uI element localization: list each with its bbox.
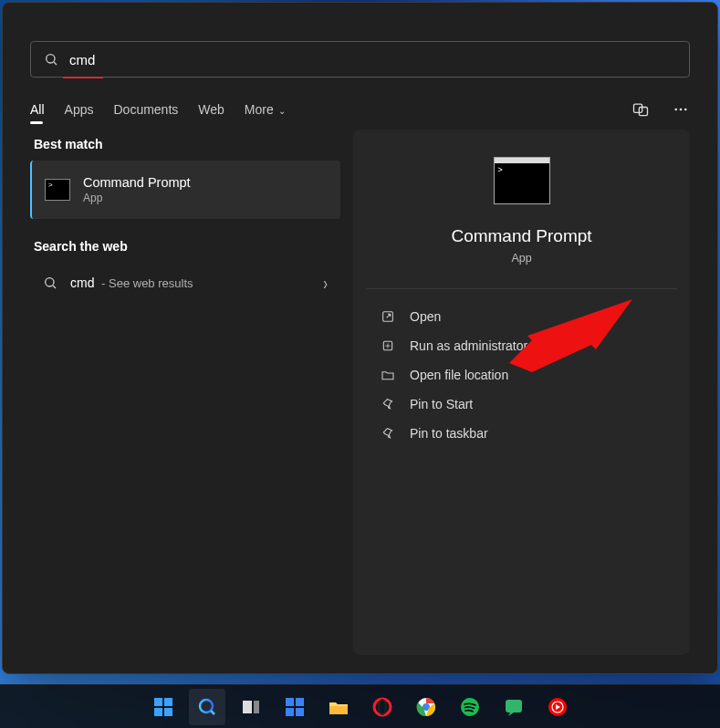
- taskbar-opera[interactable]: [364, 689, 401, 725]
- tab-web[interactable]: Web: [198, 102, 224, 117]
- taskbar-spotify[interactable]: [452, 689, 488, 725]
- svg-point-26: [374, 699, 391, 715]
- svg-rect-20: [254, 701, 259, 713]
- search-input[interactable]: [69, 52, 676, 68]
- svg-rect-21: [286, 698, 294, 706]
- svg-point-4: [674, 109, 677, 111]
- svg-rect-19: [243, 701, 252, 713]
- svg-rect-24: [296, 708, 304, 716]
- tab-apps[interactable]: Apps: [65, 102, 94, 117]
- action-open[interactable]: Open: [375, 302, 668, 331]
- svg-rect-25: [329, 706, 348, 714]
- svg-rect-2: [634, 104, 642, 112]
- best-match-title: Command Prompt: [83, 175, 191, 190]
- taskbar-search[interactable]: [189, 689, 225, 725]
- chevron-right-icon: ›: [323, 273, 328, 293]
- start-button[interactable]: [145, 689, 182, 725]
- action-label: Pin to taskbar: [410, 426, 488, 441]
- svg-rect-22: [296, 698, 304, 706]
- web-suffix: - See web results: [98, 276, 193, 290]
- taskbar-youtube-music[interactable]: [539, 689, 576, 725]
- action-label: Open file location: [410, 368, 508, 382]
- taskbar: [0, 684, 720, 728]
- start-search-panel: All Apps Documents Web More ⌄ Best match…: [2, 2, 718, 674]
- taskbar-chat[interactable]: [496, 689, 532, 725]
- open-icon: [381, 309, 395, 324]
- pin-icon: [381, 397, 395, 411]
- action-label: Open: [410, 309, 441, 324]
- chevron-down-icon: ⌄: [276, 106, 286, 116]
- search-box[interactable]: [30, 41, 690, 78]
- svg-point-0: [47, 55, 55, 63]
- filter-tabs: All Apps Documents Web More ⌄: [3, 78, 717, 119]
- details-subtitle: App: [511, 252, 531, 265]
- tab-all[interactable]: All: [30, 102, 45, 117]
- tab-documents[interactable]: Documents: [113, 102, 178, 117]
- feedback-icon[interactable]: [631, 100, 650, 119]
- svg-point-7: [46, 278, 54, 286]
- svg-rect-13: [154, 698, 162, 706]
- svg-point-6: [684, 109, 687, 111]
- svg-point-27: [379, 700, 386, 714]
- svg-line-1: [54, 62, 57, 65]
- svg-point-17: [200, 700, 213, 712]
- web-search-item[interactable]: cmd - See web results ›: [30, 263, 340, 303]
- best-match-header: Best match: [30, 130, 340, 161]
- details-title: Command Prompt: [451, 226, 591, 246]
- action-open-file-location[interactable]: Open file location: [375, 360, 668, 390]
- more-options-icon[interactable]: [672, 100, 690, 119]
- taskbar-task-view[interactable]: [233, 689, 269, 725]
- details-pane: Command Prompt App Open Run as administr…: [353, 130, 690, 655]
- tab-more[interactable]: More ⌄: [245, 102, 286, 117]
- shield-icon: [381, 338, 395, 353]
- svg-rect-14: [164, 698, 172, 706]
- action-run-admin[interactable]: Run as administrator: [375, 331, 668, 360]
- best-match-item[interactable]: Command Prompt App: [30, 161, 340, 219]
- svg-line-8: [53, 286, 56, 288]
- cmd-icon: [45, 179, 70, 201]
- action-pin-start[interactable]: Pin to Start: [375, 390, 668, 419]
- action-label: Run as administrator: [410, 338, 527, 353]
- svg-rect-16: [164, 708, 172, 716]
- search-icon: [44, 52, 58, 67]
- svg-rect-31: [506, 700, 522, 712]
- svg-rect-15: [154, 708, 162, 716]
- svg-point-5: [680, 109, 683, 111]
- taskbar-chrome[interactable]: [408, 689, 444, 725]
- cmd-large-icon: [494, 157, 550, 204]
- folder-icon: [381, 368, 395, 382]
- taskbar-widgets[interactable]: [277, 689, 313, 725]
- web-query: cmd: [70, 276, 94, 290]
- svg-line-18: [211, 711, 214, 714]
- best-match-subtitle: App: [83, 192, 191, 204]
- results-list: Best match Command Prompt App Search the…: [30, 130, 340, 655]
- svg-rect-23: [286, 708, 294, 716]
- pin-icon: [381, 426, 395, 441]
- action-pin-taskbar[interactable]: Pin to taskbar: [375, 419, 668, 448]
- svg-rect-3: [639, 108, 647, 116]
- action-label: Pin to Start: [410, 397, 473, 411]
- search-web-header: Search the web: [30, 232, 340, 263]
- search-icon: [43, 276, 57, 290]
- taskbar-file-explorer[interactable]: [320, 689, 357, 725]
